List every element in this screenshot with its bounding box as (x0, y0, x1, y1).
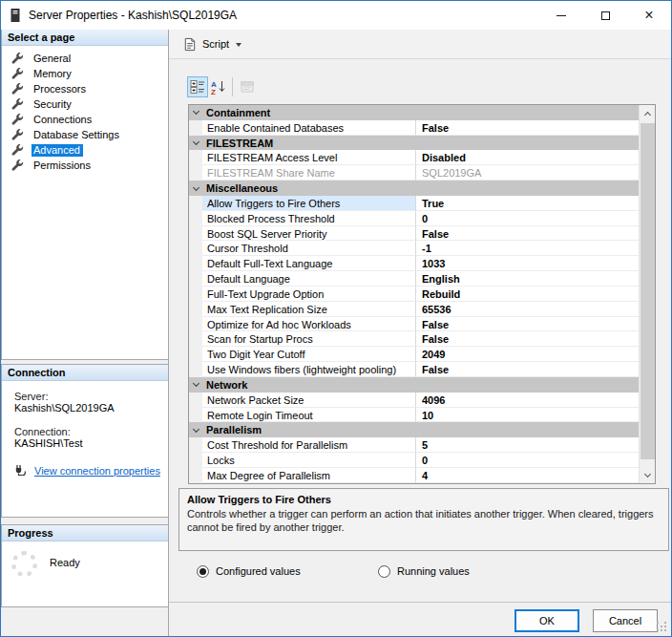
property-value[interactable]: True (416, 196, 639, 211)
row-gutter (189, 150, 202, 165)
scroll-up-button[interactable] (640, 105, 655, 121)
sidebar-item-connections[interactable]: Connections (2, 112, 168, 127)
grid-property-row[interactable]: FILESTREAM Access Level Disabled (189, 150, 639, 165)
chevron-down-icon (189, 383, 202, 386)
grid-property-row[interactable]: Two Digit Year Cutoff 2049 (189, 347, 639, 362)
sidebar-item-database-settings[interactable]: Database Settings (2, 127, 168, 142)
property-value[interactable]: Disabled (416, 150, 639, 165)
sidebar-item-permissions[interactable]: Permissions (2, 158, 168, 173)
grid-property-row[interactable]: Blocked Process Threshold 0 (189, 211, 639, 226)
categorized-view-button[interactable] (187, 76, 208, 97)
grid-property-row[interactable]: Network Packet Size 4096 (189, 393, 639, 408)
property-value[interactable]: 10 (416, 408, 639, 423)
scrollbar-thumb[interactable] (640, 123, 655, 459)
server-label: Server: (14, 391, 162, 402)
category-label: Parallelism (206, 424, 262, 435)
row-gutter (189, 408, 202, 423)
grid-category-row[interactable]: Parallelism (189, 422, 639, 437)
property-value[interactable]: 0 (416, 211, 639, 226)
radio-unchecked-icon[interactable] (378, 565, 390, 578)
wrench-icon (11, 83, 24, 96)
category-label: Network (206, 379, 247, 391)
property-value[interactable]: False (416, 317, 639, 332)
script-button[interactable]: Script (176, 34, 248, 54)
az-sort-icon: AZ (211, 79, 226, 95)
grid-property-row[interactable]: Boost SQL Server Priority False (189, 226, 639, 242)
alphabetical-sort-button[interactable]: AZ (208, 76, 229, 97)
grid-property-row[interactable]: Allow Triggers to Fire Others True (189, 196, 639, 211)
grid-category-row[interactable]: FILESTREAM (189, 136, 639, 151)
grid-property-row[interactable]: Remote Login Timeout 10 (189, 408, 639, 423)
radio-checked-icon[interactable] (197, 565, 209, 578)
sidebar-item-label: Security (32, 98, 74, 111)
row-gutter (189, 196, 202, 211)
description-title: Allow Triggers to Fire Others (187, 494, 661, 505)
grid-property-row[interactable]: Use Windows fibers (lightweight pooling)… (189, 362, 639, 377)
svg-text:Z: Z (211, 88, 216, 96)
sidebar-item-memory[interactable]: Memory (2, 66, 168, 81)
grid-property-row[interactable]: Default Full-Text Language 1033 (189, 256, 639, 271)
property-value[interactable]: 1033 (416, 256, 639, 271)
chevron-down-icon (189, 187, 202, 190)
footer-bar: OK Cancel (169, 602, 671, 636)
close-button[interactable]: × (627, 1, 671, 30)
sidebar: Select a page General Memory Processors … (1, 30, 169, 636)
grid-property-row[interactable]: Cost Threshold for Parallelism 5 (189, 437, 639, 453)
wrench-icon (11, 68, 24, 80)
row-gutter (189, 241, 202, 256)
sidebar-item-label: Connections (32, 114, 94, 126)
property-pages-button[interactable] (237, 76, 258, 97)
sidebar-item-processors[interactable]: Processors (2, 81, 168, 96)
grid-category-row[interactable]: Containment (189, 105, 639, 120)
grid-property-row[interactable]: Full-Text Upgrade Option Rebuild (189, 287, 639, 302)
property-value[interactable]: 2049 (416, 347, 639, 362)
description-text: Controls whether a trigger can perform a… (187, 507, 661, 534)
property-value[interactable]: Rebuild (416, 287, 639, 302)
property-value[interactable]: -1 (416, 241, 639, 256)
row-gutter (189, 393, 202, 408)
sidebar-item-security[interactable]: Security (2, 96, 168, 112)
grid-property-row[interactable]: Cursor Threshold -1 (189, 241, 639, 256)
view-connection-properties-link[interactable]: View connection properties (34, 465, 160, 477)
grid-property-row[interactable]: FILESTREAM Share Name SQL2019GA (189, 165, 639, 180)
property-value[interactable]: English (416, 271, 639, 287)
scroll-down-button[interactable] (640, 467, 655, 483)
row-gutter (189, 165, 202, 180)
grid-property-row[interactable]: Enable Contained Databases False (189, 120, 639, 136)
configured-values-option[interactable]: Configured values (197, 565, 378, 578)
property-value[interactable]: False (416, 120, 639, 136)
property-label: Cost Threshold for Parallelism (202, 437, 416, 453)
sidebar-item-label: General (32, 53, 74, 65)
chevron-down-icon (236, 43, 242, 47)
grid-property-row[interactable]: Default Language English (189, 271, 639, 287)
wrench-icon (11, 129, 24, 141)
property-value[interactable]: 5 (416, 437, 639, 453)
grid-property-row[interactable]: Scan for Startup Procs False (189, 331, 639, 347)
property-value[interactable]: 4 (416, 468, 639, 483)
cancel-button[interactable]: Cancel (593, 609, 658, 632)
grid-property-row[interactable]: Max Text Replication Size 65536 (189, 302, 639, 317)
resize-grip[interactable] (657, 622, 667, 632)
property-value[interactable]: 0 (416, 453, 639, 468)
ok-button[interactable]: OK (514, 609, 579, 632)
minimize-button[interactable] (539, 1, 583, 30)
grid-property-row[interactable]: Optimize for Ad hoc Workloads False (189, 317, 639, 332)
row-gutter (189, 317, 202, 332)
category-label: Miscellaneous (206, 182, 278, 194)
property-label: FILESTREAM Share Name (202, 165, 416, 180)
sidebar-item-general[interactable]: General (2, 51, 168, 66)
grid-property-row[interactable]: Max Degree of Parallelism 4 (189, 468, 639, 483)
grid-category-row[interactable]: Network (189, 377, 639, 393)
property-value[interactable]: False (416, 362, 639, 377)
maximize-button[interactable] (583, 1, 627, 30)
running-values-option[interactable]: Running values (378, 565, 470, 578)
sidebar-item-advanced[interactable]: Advanced (2, 142, 168, 158)
property-value[interactable]: 4096 (416, 393, 639, 408)
property-value[interactable]: SQL2019GA (416, 165, 639, 180)
grid-property-row[interactable]: Locks 0 (189, 453, 639, 468)
property-value[interactable]: 65536 (416, 302, 639, 317)
property-value[interactable]: False (416, 226, 639, 242)
vertical-scrollbar[interactable] (639, 105, 655, 483)
property-value[interactable]: False (416, 331, 639, 347)
grid-category-row[interactable]: Miscellaneous (189, 180, 639, 196)
